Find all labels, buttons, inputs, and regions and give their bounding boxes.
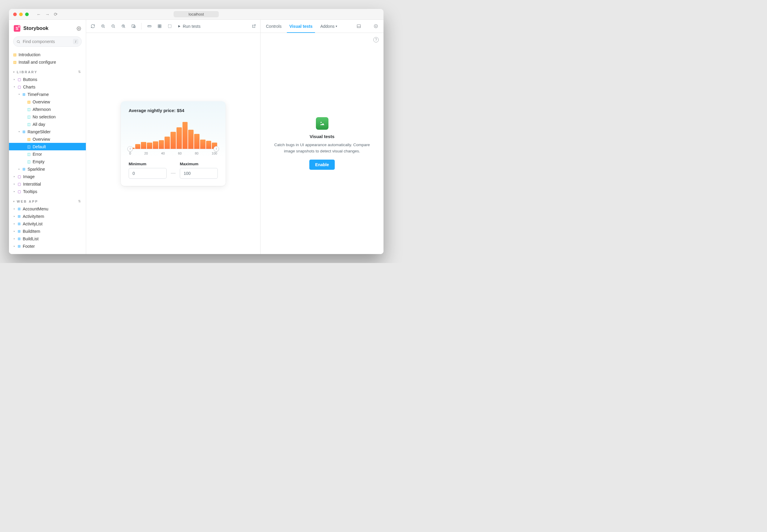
sidebar-item-tooltips[interactable]: ▸▢Tooltips xyxy=(9,188,86,195)
min-input[interactable] xyxy=(129,168,166,179)
sidebar-doc-item[interactable]: ▤Introduction xyxy=(9,51,86,58)
reload-button[interactable]: ⟳ xyxy=(54,12,58,17)
sidebar-item-interstitial[interactable]: ▸▢Interstitial xyxy=(9,180,86,188)
sidebar-item-label: Tooltips xyxy=(23,189,37,194)
caret-icon: ▸ xyxy=(13,230,16,233)
visual-tests-icon xyxy=(316,117,329,130)
svg-point-4 xyxy=(122,25,124,27)
maximize-window-button[interactable] xyxy=(25,13,29,16)
sidebar-item-buttons[interactable]: ▸▢Buttons xyxy=(9,76,86,83)
story-canvas: Average nightly price: $54 020406080100 … xyxy=(86,33,260,254)
forward-button[interactable]: → xyxy=(45,12,50,17)
sidebar-item-buildlist[interactable]: ▸⊞BuildList xyxy=(9,235,86,242)
tick-label: 60 xyxy=(178,152,181,155)
sidebar-item-activityitem[interactable]: ▸⊞ActivityItem xyxy=(9,213,86,220)
enable-button[interactable]: Enable xyxy=(309,160,335,170)
histogram-bar xyxy=(206,141,212,149)
back-button[interactable]: ← xyxy=(36,12,41,17)
sort-icon[interactable]: ⇅ xyxy=(78,70,82,74)
sidebar-item-label: Default xyxy=(33,144,46,149)
visual-tests-description: Catch bugs in UI appearance automaticall… xyxy=(271,142,373,154)
canvas-toolbar: Run tests xyxy=(86,20,260,33)
sidebar-item-builditem[interactable]: ▸⊞BuildItem xyxy=(9,227,86,235)
sidebar-section-header[interactable]: ▾LIBRARY⇅ xyxy=(9,66,86,76)
sidebar-item-label: Sparkline xyxy=(27,167,45,172)
sidebar-item-error[interactable]: ◫Error xyxy=(9,150,86,158)
axis-ticks: 020406080100 xyxy=(129,152,218,157)
sidebar-item-label: Image xyxy=(23,174,35,179)
histogram-bar xyxy=(153,141,158,149)
histogram-bar xyxy=(141,142,146,149)
tick-label: 100 xyxy=(212,152,217,155)
sidebar-item-all-day[interactable]: ◫All day xyxy=(9,120,86,128)
caret-icon: ▸ xyxy=(13,237,16,240)
histogram-bar xyxy=(147,143,152,149)
tick-label: 40 xyxy=(161,152,165,155)
close-window-button[interactable] xyxy=(13,13,17,16)
sidebar-item-label: Introduction xyxy=(19,52,40,57)
search-placeholder: Find components xyxy=(23,39,55,44)
sidebar-item-label: ActivityItem xyxy=(23,214,44,219)
tab-addons[interactable]: Addons ▾ xyxy=(320,20,337,33)
grid-button[interactable] xyxy=(157,24,162,29)
measure-button[interactable] xyxy=(147,24,152,29)
sidebar-item-activitylist[interactable]: ▸⊞ActivityList xyxy=(9,220,86,227)
outline-button[interactable] xyxy=(167,24,172,29)
sidebar-item-label: Overview xyxy=(33,100,50,104)
panel-position-button[interactable] xyxy=(357,24,361,28)
close-panel-button[interactable] xyxy=(374,24,378,28)
sidebar-item-label: Footer xyxy=(23,244,35,249)
sidebar-item-sparkline[interactable]: ▸⊞Sparkline xyxy=(9,165,86,173)
sidebar-doc-item[interactable]: ▤Install and configure xyxy=(9,58,86,66)
caret-icon: ▸ xyxy=(13,183,16,185)
sort-icon[interactable]: ⇅ xyxy=(78,199,82,203)
sidebar: S Storybook Find components / ▤Introduct… xyxy=(9,20,86,254)
search-input[interactable]: Find components / xyxy=(13,36,82,47)
slider-max-handle[interactable] xyxy=(214,146,219,152)
settings-button[interactable] xyxy=(77,26,81,31)
open-isolated-button[interactable] xyxy=(251,24,256,29)
brand-title: Storybook xyxy=(23,25,48,31)
zoom-in-button[interactable] xyxy=(100,24,105,29)
sidebar-item-label: Charts xyxy=(23,85,35,89)
tick-label: 0 xyxy=(129,152,131,155)
sidebar-item-empty[interactable]: ◫Empty xyxy=(9,158,86,165)
caret-icon: ▸ xyxy=(13,222,16,225)
histogram-bar xyxy=(188,130,194,149)
sidebar-item-label: Overview xyxy=(33,137,50,142)
caret-icon: ▸ xyxy=(13,190,16,193)
sidebar-item-accountmenu[interactable]: ▸⊞AccountMenu xyxy=(9,205,86,213)
max-input[interactable] xyxy=(180,168,218,179)
sidebar-item-overview[interactable]: ▤Overview xyxy=(9,98,86,106)
sidebar-item-afternoon[interactable]: ◫Afternoon xyxy=(9,106,86,113)
run-tests-button[interactable]: Run tests xyxy=(177,24,201,29)
sidebar-item-overview[interactable]: ▤Overview xyxy=(9,135,86,143)
sidebar-item-footer[interactable]: ▸⊞Footer xyxy=(9,242,86,250)
caret-icon: ▾ xyxy=(18,130,20,133)
sidebar-item-rangeslider[interactable]: ▾⊞RangeSlider xyxy=(9,128,86,135)
help-button[interactable]: ? xyxy=(373,37,379,42)
caret-icon: ▸ xyxy=(13,78,16,81)
remount-button[interactable] xyxy=(90,24,95,29)
viewport-button[interactable] xyxy=(131,24,136,29)
sidebar-item-charts[interactable]: ▾▢Charts xyxy=(9,83,86,91)
caret-icon: ▾ xyxy=(13,85,16,88)
sidebar-item-default[interactable]: ◫Default xyxy=(9,143,86,150)
minimize-window-button[interactable] xyxy=(19,13,23,16)
sidebar-item-label: BuildItem xyxy=(23,229,40,234)
slider-min-handle[interactable] xyxy=(127,146,133,152)
chevron-down-icon: ▾ xyxy=(13,200,16,203)
address-bar[interactable]: localhost xyxy=(173,11,219,17)
search-shortcut-hint: / xyxy=(73,39,78,44)
sidebar-item-timeframe[interactable]: ▾⊞TimeFrame xyxy=(9,91,86,98)
max-label: Maximum xyxy=(180,162,218,166)
browser-titlebar: ← → ⟳ localhost xyxy=(9,9,384,20)
sidebar-item-no-selection[interactable]: ◫No selection xyxy=(9,113,86,120)
zoom-out-button[interactable] xyxy=(111,24,115,29)
play-icon xyxy=(177,25,181,28)
tab-visual-tests[interactable]: Visual tests xyxy=(289,20,313,33)
sidebar-item-image[interactable]: ▸▢Image xyxy=(9,173,86,180)
zoom-reset-button[interactable] xyxy=(121,24,126,29)
sidebar-section-header[interactable]: ▾WEB APP⇅ xyxy=(9,195,86,205)
tab-controls[interactable]: Controls xyxy=(266,20,282,33)
